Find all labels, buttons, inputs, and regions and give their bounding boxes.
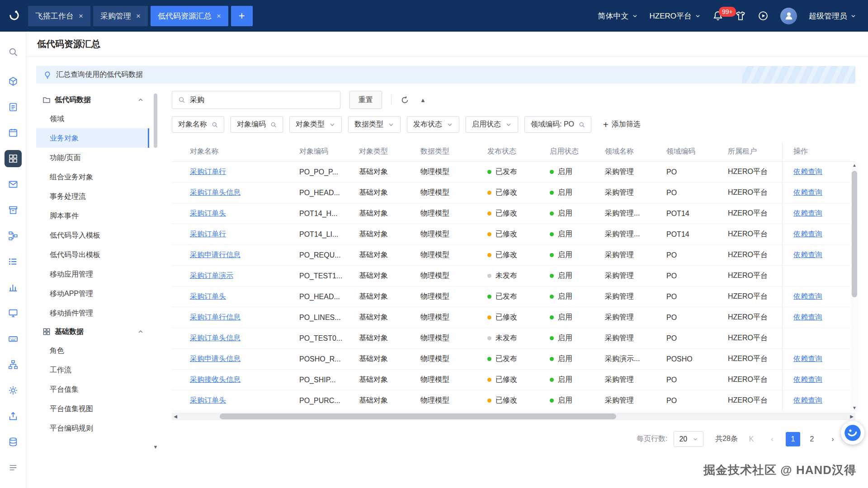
vertical-scrollbar-thumb[interactable] — [852, 171, 857, 297]
prev-page-button[interactable]: ‹ — [765, 432, 779, 446]
mail-icon[interactable] — [0, 171, 26, 197]
object-name-link[interactable]: 采购订单头 — [190, 209, 226, 218]
sidebar-item-低代码导入模板[interactable]: 低代码导入模板 — [36, 225, 149, 245]
sidebar-item-工作流[interactable]: 工作流 — [36, 360, 149, 380]
object-name-link[interactable]: 采购订单行 — [190, 167, 226, 177]
sidebar-scroll-down-icon[interactable]: ▼ — [153, 444, 158, 450]
notifications-button[interactable]: 99+ — [712, 10, 723, 21]
tab-采购管理[interactable]: 采购管理× — [93, 6, 148, 26]
form-icon[interactable] — [0, 94, 26, 120]
group-header-基础数据[interactable]: 基础数据 — [36, 323, 149, 341]
grid-icon[interactable] — [0, 145, 26, 171]
collapse-panel-icon[interactable]: ▲ — [420, 97, 426, 103]
sidebar-item-脚本事件[interactable]: 脚本事件 — [36, 206, 149, 225]
chart-icon[interactable] — [0, 274, 26, 300]
page-size-select[interactable]: 20 — [674, 431, 703, 447]
monitor-icon[interactable] — [0, 300, 26, 326]
object-name-link[interactable]: 采购接收头信息 — [190, 375, 241, 385]
add-filter-button[interactable]: +添加筛选 — [603, 120, 641, 129]
avatar[interactable] — [780, 8, 797, 24]
page-button-1[interactable]: 1 — [786, 432, 800, 446]
first-page-button[interactable]: K — [744, 432, 759, 446]
object-name-link[interactable]: 采购订单行 — [190, 230, 226, 239]
add-tab-button[interactable]: + — [231, 6, 253, 26]
sidebar-scrollbar-thumb[interactable] — [154, 94, 157, 148]
keyboard-icon[interactable] — [0, 326, 26, 352]
chevron-up-icon[interactable] — [137, 97, 144, 103]
sidebar-item-事务处理流[interactable]: 事务处理流 — [36, 187, 149, 206]
dependency-query-link[interactable]: 依赖查询 — [793, 167, 822, 177]
object-name-link[interactable]: 采购申请头信息 — [190, 354, 241, 364]
chevron-up-icon[interactable] — [137, 328, 144, 335]
app-logo[interactable] — [0, 0, 26, 32]
filter-chip-数据类型[interactable]: 数据类型 — [348, 116, 401, 133]
export-icon[interactable] — [0, 403, 26, 429]
tab-飞搭工作台[interactable]: 飞搭工作台× — [28, 6, 90, 26]
dependency-query-link[interactable]: 依赖查询 — [793, 250, 822, 260]
filter-chip-领域编码: PO[interactable]: 领域编码: PO — [524, 116, 591, 133]
tab-close-icon[interactable]: × — [79, 12, 83, 20]
horizontal-scrollbar[interactable]: ◀ ▶ — [172, 413, 855, 420]
sidebar-item-移动插件管理[interactable]: 移动插件管理 — [36, 303, 149, 323]
env-switcher[interactable]: HZERO平台 — [650, 11, 701, 21]
tab-close-icon[interactable]: × — [217, 12, 221, 20]
flow-icon[interactable] — [0, 223, 26, 249]
dependency-query-link[interactable]: 依赖查询 — [793, 396, 822, 405]
filter-chip-启用状态[interactable]: 启用状态 — [466, 116, 518, 133]
refresh-icon[interactable] — [401, 96, 409, 104]
scroll-down-icon[interactable]: ▼ — [851, 405, 858, 410]
reset-button[interactable]: 重置 — [349, 91, 382, 109]
filter-chip-对象名称[interactable]: 对象名称 — [172, 116, 224, 133]
dependency-query-link[interactable]: 依赖查询 — [793, 375, 822, 385]
horizontal-scrollbar-thumb[interactable] — [220, 413, 616, 419]
sidebar-item-平台值集[interactable]: 平台值集 — [36, 380, 149, 399]
sidebar-item-组合业务对象[interactable]: 组合业务对象 — [36, 167, 149, 187]
group-header-低代码数据[interactable]: 低代码数据 — [36, 91, 149, 109]
next-page-button[interactable]: › — [826, 432, 840, 446]
sidebar-item-领域[interactable]: 领域 — [36, 109, 149, 128]
scroll-right-icon[interactable]: ▶ — [848, 413, 855, 420]
object-name-link[interactable]: 采购订单行信息 — [190, 313, 241, 322]
dependency-query-link[interactable]: 依赖查询 — [793, 292, 822, 301]
sidebar-item-业务对象[interactable]: 业务对象 — [36, 128, 149, 148]
database-icon[interactable] — [0, 429, 26, 455]
page-button-2[interactable]: 2 — [805, 432, 819, 446]
cube-icon[interactable] — [0, 68, 26, 94]
dependency-query-link[interactable]: 依赖查询 — [793, 230, 822, 239]
filter-chip-对象编码[interactable]: 对象编码 — [231, 116, 283, 133]
filter-chip-对象类型[interactable]: 对象类型 — [289, 116, 342, 133]
dependency-query-link[interactable]: 依赖查询 — [793, 354, 822, 364]
list-icon[interactable] — [0, 249, 26, 274]
scroll-up-icon[interactable]: ▲ — [851, 163, 858, 168]
archive-icon[interactable] — [0, 197, 26, 223]
sidebar-item-低代码导出模板[interactable]: 低代码导出模板 — [36, 245, 149, 264]
object-name-link[interactable]: 采购订单头 — [190, 292, 226, 301]
sidebar-item-平台值集视图[interactable]: 平台值集视图 — [36, 399, 149, 418]
search-input[interactable]: 采购 — [172, 91, 340, 109]
sidebar-item-角色[interactable]: 角色 — [36, 341, 149, 360]
object-name-link[interactable]: 采购订单演示 — [190, 271, 233, 281]
play-button[interactable] — [758, 10, 769, 21]
dependency-query-link[interactable]: 依赖查询 — [793, 188, 822, 197]
assistant-floating-button[interactable] — [841, 421, 864, 445]
calendar-icon[interactable] — [0, 120, 26, 145]
object-name-link[interactable]: 采购订单头信息 — [190, 188, 241, 197]
filter-chip-发布状态[interactable]: 发布状态 — [407, 116, 459, 133]
scroll-left-icon[interactable]: ◀ — [172, 413, 179, 420]
sidebar-item-移动APP管理[interactable]: 移动APP管理 — [36, 284, 149, 303]
sidebar-item-功能/页面[interactable]: 功能/页面 — [36, 148, 149, 167]
gear-icon[interactable] — [0, 377, 26, 403]
search-icon[interactable] — [0, 39, 26, 65]
dependency-query-link[interactable]: 依赖查询 — [793, 313, 822, 322]
tab-低代码资源汇总[interactable]: 低代码资源汇总× — [151, 6, 228, 26]
sidebar-scrollbar[interactable]: ▼ — [153, 93, 158, 450]
object-name-link[interactable]: 采购申请行信息 — [190, 250, 241, 260]
vertical-scrollbar[interactable]: ▲ ▼ — [851, 162, 858, 411]
tree-icon[interactable] — [0, 352, 26, 377]
language-switcher[interactable]: 简体中文 — [598, 11, 638, 21]
sidebar-item-移动应用管理[interactable]: 移动应用管理 — [36, 264, 149, 284]
dependency-query-link[interactable]: 依赖查询 — [793, 209, 822, 218]
object-name-link[interactable]: 采购订单头 — [190, 396, 226, 405]
user-menu[interactable]: 超级管理员 — [809, 11, 856, 21]
tab-close-icon[interactable]: × — [136, 12, 141, 20]
